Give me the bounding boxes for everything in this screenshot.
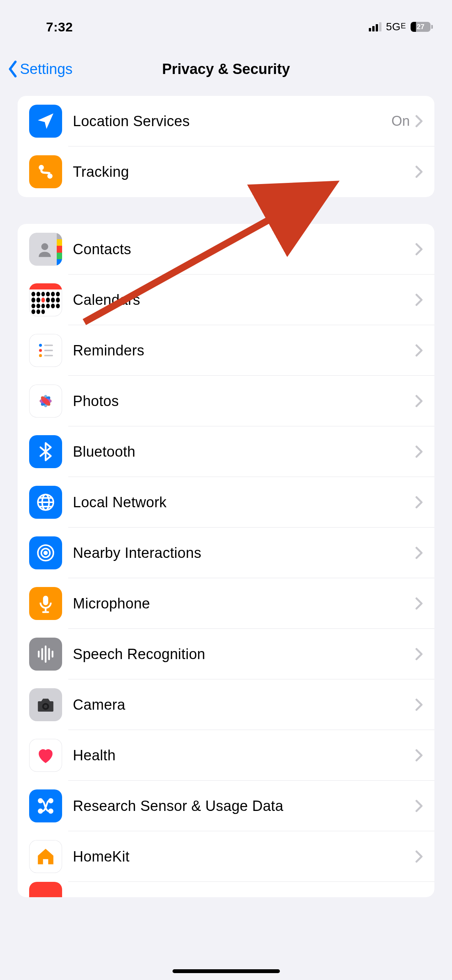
- row-label: Tracking: [73, 164, 415, 180]
- chevron-left-icon: [8, 61, 18, 77]
- heart-icon: [29, 739, 62, 772]
- chevron-right-icon: [415, 749, 423, 762]
- svg-rect-0: [39, 165, 44, 170]
- reminders-icon: [29, 334, 62, 367]
- row-camera[interactable]: Camera: [18, 679, 434, 730]
- row-calendars[interactable]: Calendars: [18, 275, 434, 325]
- row-label: Speech Recognition: [73, 646, 415, 663]
- svg-rect-23: [45, 608, 47, 611]
- contacts-icon: [29, 233, 62, 266]
- row-label: Bluetooth: [73, 444, 415, 460]
- row-health[interactable]: Health: [18, 730, 434, 781]
- svg-point-31: [44, 705, 48, 708]
- row-microphone[interactable]: Microphone: [18, 578, 434, 629]
- sensor-data-icon: [29, 789, 62, 822]
- calendar-icon: [29, 283, 62, 316]
- svg-rect-6: [44, 345, 53, 346]
- row-reminders[interactable]: Reminders: [18, 325, 434, 376]
- row-label: Research Sensor & Usage Data: [73, 798, 415, 814]
- row-label: Nearby Interactions: [73, 545, 415, 561]
- row-label: HomeKit: [73, 848, 415, 865]
- row-label: Local Network: [73, 494, 415, 511]
- settings-group-location: Location Services On Tracking: [18, 96, 434, 197]
- chevron-right-icon: [415, 496, 423, 509]
- svg-point-5: [39, 354, 42, 357]
- row-local-network[interactable]: Local Network: [18, 477, 434, 528]
- chevron-right-icon: [415, 648, 423, 661]
- row-value: On: [391, 113, 410, 129]
- camera-icon: [29, 688, 62, 721]
- chevron-right-icon: [415, 395, 423, 408]
- status-bar: 7:32 5GE 27: [0, 0, 452, 42]
- row-label: Location Services: [73, 113, 391, 130]
- chevron-right-icon: [415, 698, 423, 711]
- status-time: 7:32: [46, 20, 73, 35]
- microphone-icon: [29, 587, 62, 620]
- partial-red-icon: [29, 882, 62, 897]
- chevron-right-icon: [415, 243, 423, 256]
- settings-group-privacy-apps: Contacts Calendars Reminders: [18, 224, 434, 897]
- navigation-bar: Settings Privacy & Security: [0, 42, 452, 96]
- row-speech-recognition[interactable]: Speech Recognition: [18, 629, 434, 679]
- back-label: Settings: [20, 61, 72, 77]
- home-icon: [29, 840, 62, 873]
- row-label: Microphone: [73, 595, 415, 612]
- row-photos[interactable]: Photos: [18, 376, 434, 426]
- waveform-icon: [29, 638, 62, 671]
- chevron-right-icon: [415, 597, 423, 610]
- row-partial[interactable]: [18, 882, 434, 897]
- row-label: Reminders: [73, 342, 415, 359]
- tracking-icon: [29, 155, 62, 188]
- row-homekit[interactable]: HomeKit: [18, 831, 434, 882]
- row-label: Camera: [73, 697, 415, 713]
- chevron-right-icon: [415, 850, 423, 863]
- chevron-right-icon: [415, 546, 423, 559]
- svg-point-2: [41, 243, 48, 250]
- svg-rect-7: [44, 350, 53, 351]
- svg-rect-24: [42, 611, 49, 613]
- chevron-right-icon: [415, 115, 423, 128]
- row-tracking[interactable]: Tracking: [18, 146, 434, 197]
- page-title: Privacy & Security: [162, 61, 290, 77]
- nearby-radar-icon: [29, 536, 62, 569]
- svg-rect-8: [44, 355, 53, 357]
- row-nearby-interactions[interactable]: Nearby Interactions: [18, 528, 434, 578]
- battery-percent-label: 27: [417, 23, 424, 31]
- chevron-right-icon: [415, 165, 423, 178]
- row-contacts[interactable]: Contacts: [18, 224, 434, 275]
- location-arrow-icon: [29, 105, 62, 138]
- battery-indicator: 27: [411, 22, 433, 32]
- svg-point-3: [39, 344, 42, 347]
- chevron-right-icon: [415, 293, 423, 306]
- network-type-label: 5GE: [386, 21, 406, 33]
- bluetooth-icon: [29, 435, 62, 468]
- row-label: Calendars: [73, 292, 415, 308]
- status-right: 5GE 27: [369, 21, 433, 33]
- back-button[interactable]: Settings: [8, 61, 72, 77]
- chevron-right-icon: [415, 445, 423, 458]
- svg-rect-22: [43, 596, 48, 605]
- row-label: Contacts: [73, 241, 415, 258]
- photos-icon: [29, 385, 62, 418]
- cellular-signal-icon: [369, 22, 381, 31]
- row-research-sensor[interactable]: Research Sensor & Usage Data: [18, 781, 434, 831]
- svg-point-21: [44, 551, 47, 554]
- row-location-services[interactable]: Location Services On: [18, 96, 434, 146]
- chevron-right-icon: [415, 344, 423, 357]
- svg-point-4: [39, 349, 42, 352]
- chevron-right-icon: [415, 799, 423, 812]
- row-bluetooth[interactable]: Bluetooth: [18, 426, 434, 477]
- svg-rect-1: [48, 174, 53, 179]
- globe-network-icon: [29, 486, 62, 519]
- row-label: Photos: [73, 393, 415, 409]
- home-indicator[interactable]: [173, 969, 280, 973]
- row-label: Health: [73, 747, 415, 764]
